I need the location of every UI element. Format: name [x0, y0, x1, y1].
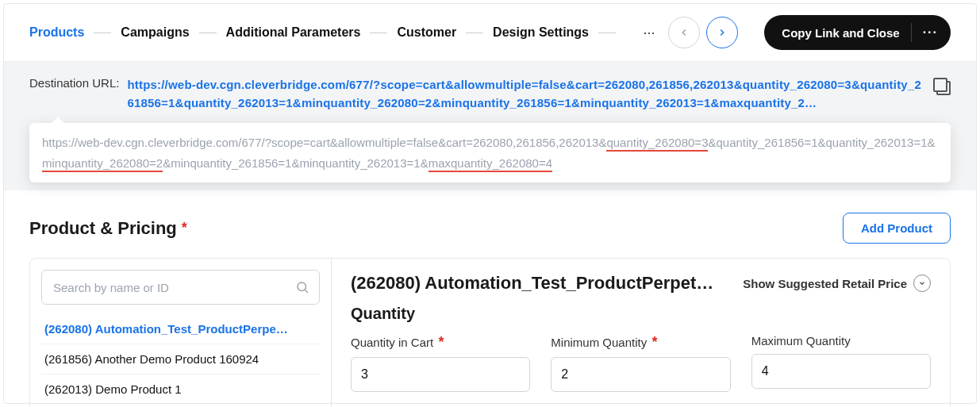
copy-link-close-label: Copy Link and Close	[782, 26, 899, 40]
url-highlight-maxquantity: maxquantity_262080=4	[429, 156, 552, 172]
tabs-overflow-icon[interactable]: ···	[636, 20, 662, 45]
required-indicator: *	[182, 220, 187, 236]
copy-icon[interactable]	[933, 78, 951, 95]
chevron-right-icon	[717, 27, 728, 38]
tab-additional-parameters[interactable]: Additional Parameters	[226, 21, 361, 44]
maximum-quantity-input[interactable]	[751, 354, 931, 389]
list-item[interactable]: (262013) Demo Product 1	[41, 374, 320, 404]
quantity-in-cart-label: Quantity in Cart *	[351, 334, 530, 351]
tab-design-settings[interactable]: Design Settings	[493, 21, 589, 44]
url-segment: &minquantity_261856=1&minquantity_262013…	[163, 156, 428, 170]
url-segment: https://web-dev.cgn.cleverbridge.com/677…	[42, 136, 606, 149]
destination-url-label: Destination URL:	[29, 76, 119, 90]
tab-products[interactable]: Products	[29, 21, 84, 44]
add-product-button[interactable]: Add Product	[843, 213, 951, 244]
tab-separator	[199, 33, 217, 33]
minimum-quantity-input[interactable]	[551, 357, 730, 392]
show-retail-price-label: Show Suggested Retail Price	[743, 277, 907, 290]
destination-url-link[interactable]: https://web-dev.cgn.cleverbridge.com/677…	[127, 76, 925, 112]
quantity-subsection-title: Quantity	[351, 305, 931, 323]
tab-separator	[598, 33, 616, 33]
destination-url-tooltip: https://web-dev.cgn.cleverbridge.com/677…	[29, 123, 951, 182]
maximum-quantity-label: Maximum Quantity	[751, 334, 931, 347]
more-options-icon[interactable]: ···	[923, 25, 938, 40]
button-divider	[911, 23, 912, 42]
section-heading: Product & Pricing	[29, 218, 177, 239]
tabs-next-button[interactable]	[706, 17, 738, 48]
svg-point-0	[298, 282, 306, 291]
tab-bar: Products Campaigns Additional Parameters…	[4, 4, 976, 62]
tabs-prev-button[interactable]	[668, 17, 700, 48]
minimum-quantity-label: Minimum Quantity *	[551, 334, 730, 351]
url-highlight-minquantity: minquantity_262080=2	[42, 156, 163, 172]
show-retail-price-button[interactable]: Show Suggested Retail Price	[743, 275, 931, 292]
list-item[interactable]: (262080) Automation_Test_ProductPerpe…	[41, 314, 320, 344]
tab-separator	[94, 33, 111, 33]
copy-link-close-button[interactable]: Copy Link and Close ···	[764, 15, 951, 50]
url-highlight-quantity: quantity_262080=3	[606, 136, 708, 152]
product-search[interactable]	[41, 270, 320, 305]
product-list-panel: (262080) Automation_Test_ProductPerpe… (…	[30, 259, 332, 407]
search-input[interactable]	[52, 280, 289, 295]
tab-customer[interactable]: Customer	[397, 21, 456, 44]
tab-separator	[370, 33, 387, 33]
chevron-down-icon	[913, 275, 931, 292]
destination-url-panel: Destination URL: https://web-dev.cgn.cle…	[4, 62, 976, 190]
quantity-in-cart-input[interactable]	[351, 357, 530, 392]
list-item[interactable]: (261856) Another Demo Product 160924	[41, 344, 320, 374]
product-detail-panel: (262080) Automation_Test_ProductPerpet… …	[332, 259, 950, 407]
chevron-left-icon	[678, 27, 690, 38]
tab-separator	[466, 33, 483, 33]
search-icon	[295, 280, 309, 294]
product-title: (262080) Automation_Test_ProductPerpet…	[351, 273, 727, 294]
tab-campaigns[interactable]: Campaigns	[121, 21, 189, 44]
svg-line-1	[305, 290, 307, 292]
url-segment: &quantity_261856=1&quantity_262013=1&	[708, 136, 935, 149]
